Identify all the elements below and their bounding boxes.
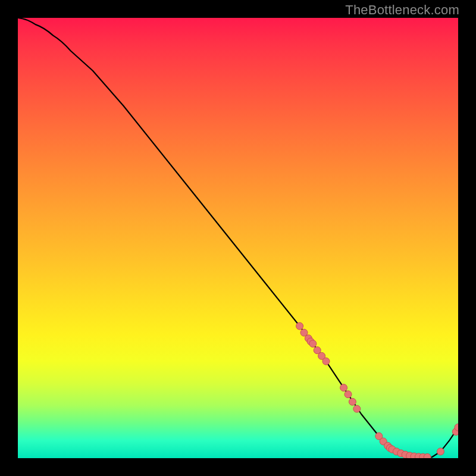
data-point xyxy=(309,340,317,347)
plot-gradient-background xyxy=(18,18,458,458)
data-point xyxy=(353,405,361,412)
data-point xyxy=(424,453,431,458)
data-point xyxy=(345,391,352,398)
chart-frame: TheBottleneck.com xyxy=(0,0,476,476)
plot-svg xyxy=(18,18,458,458)
watermark-text: TheBottleneck.com xyxy=(345,2,459,18)
data-markers xyxy=(296,322,458,458)
data-point xyxy=(322,358,330,365)
data-point xyxy=(296,322,303,330)
data-point xyxy=(349,398,356,405)
data-point xyxy=(340,384,347,392)
bottleneck-curve xyxy=(18,18,458,458)
data-point xyxy=(437,448,444,455)
